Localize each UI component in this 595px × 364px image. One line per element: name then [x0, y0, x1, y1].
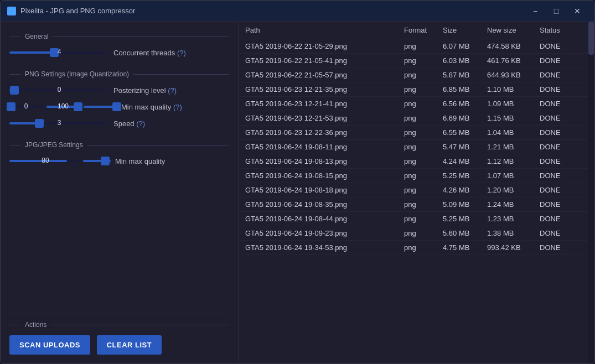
cell-size: 6.07 MB	[443, 42, 487, 50]
scrollbar[interactable]	[588, 22, 594, 363]
svg-rect-0	[9, 8, 11, 11]
titlebar: Pixelita - JPG and PNG compressor − □ ✕	[1, 1, 594, 22]
cell-format: png	[404, 229, 443, 237]
header-line-left-jpg	[9, 145, 20, 145]
png-quality-row: 0 100	[9, 101, 229, 112]
cell-format: png	[404, 42, 443, 50]
png-quality-max-value: 100	[58, 102, 69, 110]
maximize-button[interactable]: □	[546, 3, 567, 19]
concurrent-threads-row: 4 Concurrent threads (?)	[9, 47, 229, 58]
cell-new-size: 1.23 MB	[487, 215, 540, 223]
cell-format: png	[404, 128, 443, 137]
jpg-quality-knob[interactable]	[101, 157, 110, 165]
cell-status: DONE	[540, 200, 581, 209]
cell-path: GTA5 2019-06-24 19-08-15.png	[245, 171, 404, 180]
cell-format: png	[404, 215, 443, 223]
cell-status: DONE	[540, 143, 581, 151]
cell-size: 4.75 MB	[443, 243, 487, 252]
cell-size: 6.56 MB	[443, 100, 487, 108]
cell-path: GTA5 2019-06-23 12-21-41.png	[245, 100, 404, 108]
clear-list-button[interactable]: CLEAR LIST	[97, 335, 162, 355]
jpg-quality-wrapper: 80	[9, 155, 81, 167]
cell-status: DONE	[540, 114, 581, 122]
cell-path: GTA5 2019-06-22 21-05-29.png	[245, 42, 404, 50]
jpg-quality-knob-wrapper	[83, 155, 111, 167]
header-line-right-jpg	[87, 145, 229, 145]
app-icon	[7, 7, 16, 15]
cell-size: 6.03 MB	[443, 56, 487, 65]
actions-line-right	[51, 325, 229, 325]
cell-size: 5.47 MB	[443, 143, 487, 151]
cell-path: GTA5 2019-06-24 19-08-35.png	[245, 200, 404, 209]
action-buttons: SCAN UPLOADS CLEAR LIST	[9, 335, 229, 355]
header-format: Format	[404, 26, 443, 34]
cell-path: GTA5 2019-06-24 19-34-53.png	[245, 243, 404, 252]
speed-slider-wrapper: 3	[9, 118, 109, 129]
concurrent-threads-value: 4	[58, 48, 61, 56]
general-section-title: General	[25, 33, 49, 40]
table-row: GTA5 2019-06-24 19-08-15.png png 5.25 MB…	[239, 169, 588, 183]
png-quality-max-knob[interactable]	[74, 102, 82, 111]
png-section-title: PNG Settings (Image Quantization)	[25, 70, 129, 78]
table-row: GTA5 2019-06-24 19-08-11.png png 5.47 MB…	[239, 140, 588, 154]
cell-new-size: 1.38 MB	[487, 229, 540, 237]
window-controls: − □ ✕	[525, 3, 588, 19]
close-button[interactable]: ✕	[567, 3, 588, 19]
spacer	[9, 172, 229, 314]
png-quality-min-wrapper: 0	[9, 101, 43, 112]
table-row: GTA5 2019-06-24 19-34-53.png png 4.75 MB…	[239, 241, 588, 255]
header-status: Status	[540, 26, 581, 34]
header-path: Path	[245, 26, 404, 34]
cell-format: png	[404, 114, 443, 122]
concurrent-threads-slider-wrapper: 4	[9, 47, 109, 58]
table-row: GTA5 2019-06-23 12-22-36.png png 6.55 MB…	[239, 126, 588, 140]
scrollbar-thumb[interactable]	[588, 22, 594, 55]
cell-format: png	[404, 243, 443, 252]
cell-size: 5.25 MB	[443, 215, 487, 223]
cell-format: png	[404, 56, 443, 65]
scan-uploads-button[interactable]: SCAN UPLOADS	[9, 335, 90, 355]
posterizing-slider-wrapper: 0	[9, 85, 109, 96]
cell-status: DONE	[540, 71, 581, 79]
jpg-section-title: JPG/JPEG Settings	[25, 141, 83, 149]
cell-new-size: 1.07 MB	[487, 171, 540, 180]
cell-status: DONE	[540, 229, 581, 237]
cell-status: DONE	[540, 186, 581, 194]
posterizing-row: 0 Posterizing level (?)	[9, 85, 229, 96]
concurrent-threads-label: Concurrent threads (?)	[113, 49, 186, 57]
left-panel: General 4 Concurrent threads (?)	[1, 22, 239, 363]
general-section: General 4 Concurrent threads (?)	[9, 30, 229, 64]
cell-path: GTA5 2019-06-22 21-05-57.png	[245, 71, 404, 79]
table-row: GTA5 2019-06-23 12-21-53.png png 6.69 MB…	[239, 111, 588, 126]
cell-format: png	[404, 186, 443, 194]
speed-row: 3 Speed (?)	[9, 118, 229, 129]
cell-new-size: 1.09 MB	[487, 100, 540, 108]
cell-path: GTA5 2019-06-23 12-21-53.png	[245, 114, 404, 122]
right-panel: Path Format Size New size Status GTA5 20…	[239, 22, 588, 363]
minimize-button[interactable]: −	[525, 3, 546, 19]
cell-format: png	[404, 85, 443, 93]
png-quality-bar-wrapper	[84, 101, 117, 112]
table-row: GTA5 2019-06-24 19-08-35.png png 5.09 MB…	[239, 197, 588, 212]
table-row: GTA5 2019-06-24 19-08-18.png png 4.26 MB…	[239, 183, 588, 197]
cell-new-size: 1.20 MB	[487, 186, 540, 194]
cell-new-size: 474.58 KB	[487, 42, 540, 50]
cell-size: 5.25 MB	[443, 171, 487, 180]
speed-knob[interactable]	[35, 119, 44, 128]
png-quality-bar-knob[interactable]	[112, 102, 121, 111]
png-quality-min-knob[interactable]	[7, 102, 15, 111]
posterizing-knob[interactable]	[10, 86, 19, 95]
png-quality-min-value: 0	[24, 102, 28, 110]
cell-new-size: 461.76 KB	[487, 56, 540, 65]
cell-status: DONE	[540, 171, 581, 180]
table-row: GTA5 2019-06-23 12-21-41.png png 6.56 MB…	[239, 97, 588, 111]
cell-status: DONE	[540, 85, 581, 93]
main-window: Pixelita - JPG and PNG compressor − □ ✕ …	[0, 0, 595, 364]
speed-value: 3	[58, 119, 61, 127]
cell-new-size: 993.42 KB	[487, 243, 540, 252]
table-row: GTA5 2019-06-23 12-21-35.png png 6.85 MB…	[239, 82, 588, 97]
png-quality-label: Min max quality (?)	[121, 103, 182, 111]
cell-format: png	[404, 171, 443, 180]
jpg-quality-slider-group: 80	[9, 155, 111, 167]
jpg-section: JPG/JPEG Settings 80	[9, 139, 229, 172]
